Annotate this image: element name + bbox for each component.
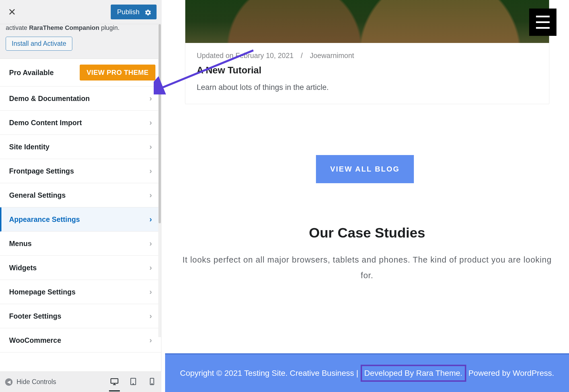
device-preview-buttons	[110, 377, 156, 387]
chevron-right-icon: ›	[149, 311, 152, 321]
publish-button[interactable]: Publish	[111, 5, 157, 19]
menu-footer-settings[interactable]: Footer Settings ›	[0, 304, 161, 328]
footer-pipe: |	[356, 369, 361, 377]
post-body: Updated on February 10, 2021 / Joewarnim…	[185, 43, 549, 104]
view-pro-theme-button[interactable]: VIEW PRO THEME	[80, 65, 155, 81]
footer-copyright: Copyright © 2021 Testing Site. Creative …	[180, 369, 356, 377]
menu-general-settings[interactable]: General Settings ›	[0, 183, 161, 207]
svg-point-4	[152, 383, 152, 384]
post-date: February 10, 2021	[235, 51, 293, 59]
menu-site-identity[interactable]: Site Identity ›	[0, 135, 161, 159]
close-icon[interactable]: ✕	[6, 6, 18, 18]
chevron-right-icon: ›	[149, 287, 152, 296]
scrollbar-thumb[interactable]	[159, 24, 161, 223]
collapse-icon: ◀	[5, 378, 13, 386]
mobile-device-icon[interactable]	[148, 377, 156, 387]
menu-appearance-settings[interactable]: Appearance Settings ›	[0, 207, 161, 232]
footer-powered: Powered by WordPress.	[468, 369, 554, 377]
plugin-notice: activate RaraTheme Companion plugin. Ins…	[0, 24, 161, 59]
chevron-right-icon: ›	[149, 142, 152, 151]
tablet-device-icon[interactable]	[129, 377, 137, 387]
chevron-right-icon: ›	[149, 94, 152, 103]
install-activate-button[interactable]: Install and Activate	[6, 37, 72, 51]
site-preview: Updated on February 10, 2021 / Joewarnim…	[165, 0, 569, 392]
chevron-right-icon: ›	[149, 118, 152, 127]
gear-icon	[145, 9, 150, 15]
hide-controls-button[interactable]: ◀ Hide Controls	[5, 378, 56, 386]
post-excerpt: Learn about lots of things in the articl…	[197, 83, 538, 92]
menu-demo-content-import[interactable]: Demo Content Import ›	[0, 111, 161, 135]
menu-demo-documentation[interactable]: Demo & Documentation ›	[0, 86, 161, 111]
customizer-sidebar: ✕ Publish activate RaraTheme Companion p…	[0, 0, 161, 392]
svg-rect-0	[111, 379, 118, 383]
customizer-bottom-bar: ◀ Hide Controls	[0, 372, 161, 392]
menu-homepage-settings[interactable]: Homepage Settings ›	[0, 280, 161, 304]
post-meta: Updated on February 10, 2021 / Joewarnim…	[197, 51, 538, 60]
desktop-device-icon[interactable]	[110, 377, 119, 387]
post-title[interactable]: A New Tutorial	[197, 65, 538, 76]
site-footer: Copyright © 2021 Testing Site. Creative …	[165, 353, 569, 392]
chevron-right-icon: ›	[149, 191, 152, 200]
svg-point-2	[133, 383, 133, 384]
menu-frontpage-settings[interactable]: Frontpage Settings ›	[0, 159, 161, 183]
menu-widgets[interactable]: Widgets ›	[0, 256, 161, 280]
chevron-right-icon: ›	[149, 336, 152, 345]
footer-developer-highlight[interactable]: Developed By Rara Theme.	[361, 365, 466, 382]
pro-available-row: Pro Available VIEW PRO THEME	[0, 59, 161, 86]
publish-label: Publish	[117, 8, 139, 16]
customizer-topbar: ✕ Publish	[0, 0, 161, 24]
meta-separator: /	[301, 51, 303, 59]
post-author[interactable]: Joewarnimont	[310, 51, 354, 59]
post-hero-image	[185, 0, 549, 43]
post-card[interactable]: Updated on February 10, 2021 / Joewarnim…	[185, 0, 549, 104]
hamburger-menu-icon[interactable]	[529, 9, 556, 36]
chevron-right-icon: ›	[149, 239, 152, 248]
chevron-right-icon: ›	[149, 263, 152, 272]
view-all-blog-button[interactable]: VIEW ALL BLOG	[316, 155, 414, 183]
sidebar-scrollbar[interactable]	[158, 24, 161, 337]
case-studies-section: Our Case Studies It looks perfect on all…	[165, 225, 569, 283]
menu-woocommerce[interactable]: WooCommerce ›	[0, 328, 161, 352]
chevron-right-icon: ›	[149, 166, 152, 176]
case-studies-subtext: It looks perfect on all major browsers, …	[176, 252, 558, 283]
chevron-right-icon: ›	[149, 215, 152, 224]
customizer-menu: Demo & Documentation › Demo Content Impo…	[0, 86, 161, 392]
case-studies-heading: Our Case Studies	[176, 225, 558, 241]
pro-available-label: Pro Available	[9, 69, 54, 77]
menu-menus[interactable]: Menus ›	[0, 232, 161, 256]
